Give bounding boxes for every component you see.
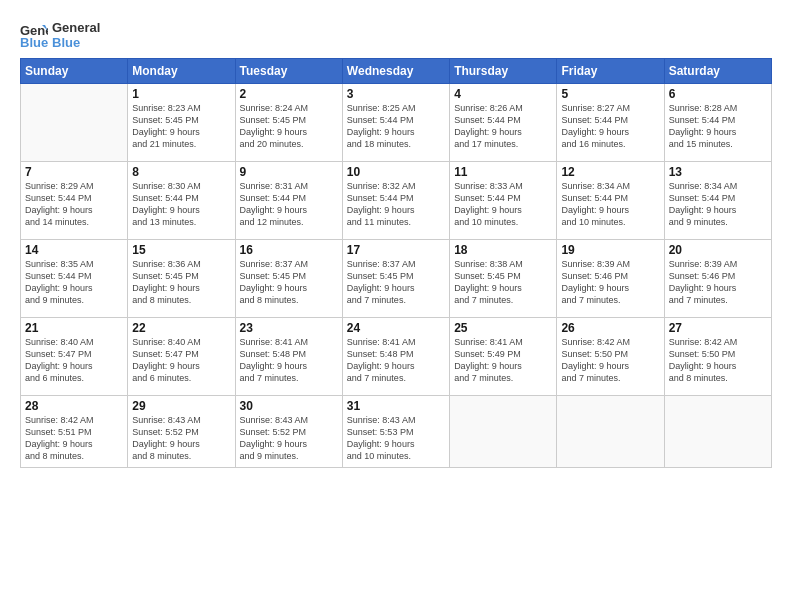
day-info: Sunrise: 8:27 AM Sunset: 5:44 PM Dayligh… — [561, 102, 659, 151]
calendar-cell: 5Sunrise: 8:27 AM Sunset: 5:44 PM Daylig… — [557, 84, 664, 162]
calendar-cell: 10Sunrise: 8:32 AM Sunset: 5:44 PM Dayli… — [342, 162, 449, 240]
calendar-cell — [557, 396, 664, 468]
day-info: Sunrise: 8:43 AM Sunset: 5:52 PM Dayligh… — [132, 414, 230, 463]
calendar-body: 1Sunrise: 8:23 AM Sunset: 5:45 PM Daylig… — [21, 84, 772, 468]
calendar-cell: 13Sunrise: 8:34 AM Sunset: 5:44 PM Dayli… — [664, 162, 771, 240]
calendar-cell: 22Sunrise: 8:40 AM Sunset: 5:47 PM Dayli… — [128, 318, 235, 396]
calendar-cell: 28Sunrise: 8:42 AM Sunset: 5:51 PM Dayli… — [21, 396, 128, 468]
day-number: 15 — [132, 243, 230, 257]
day-number: 17 — [347, 243, 445, 257]
day-info: Sunrise: 8:43 AM Sunset: 5:53 PM Dayligh… — [347, 414, 445, 463]
calendar-cell: 21Sunrise: 8:40 AM Sunset: 5:47 PM Dayli… — [21, 318, 128, 396]
day-info: Sunrise: 8:40 AM Sunset: 5:47 PM Dayligh… — [132, 336, 230, 385]
weekday-header-wednesday: Wednesday — [342, 59, 449, 84]
logo-blue: Blue — [52, 35, 100, 50]
calendar-cell: 1Sunrise: 8:23 AM Sunset: 5:45 PM Daylig… — [128, 84, 235, 162]
calendar-week-5: 28Sunrise: 8:42 AM Sunset: 5:51 PM Dayli… — [21, 396, 772, 468]
day-number: 23 — [240, 321, 338, 335]
calendar-cell: 29Sunrise: 8:43 AM Sunset: 5:52 PM Dayli… — [128, 396, 235, 468]
weekday-header-saturday: Saturday — [664, 59, 771, 84]
day-info: Sunrise: 8:29 AM Sunset: 5:44 PM Dayligh… — [25, 180, 123, 229]
day-info: Sunrise: 8:39 AM Sunset: 5:46 PM Dayligh… — [669, 258, 767, 307]
day-number: 27 — [669, 321, 767, 335]
day-number: 8 — [132, 165, 230, 179]
day-number: 25 — [454, 321, 552, 335]
calendar-cell — [450, 396, 557, 468]
day-info: Sunrise: 8:33 AM Sunset: 5:44 PM Dayligh… — [454, 180, 552, 229]
day-info: Sunrise: 8:41 AM Sunset: 5:48 PM Dayligh… — [240, 336, 338, 385]
calendar-cell: 17Sunrise: 8:37 AM Sunset: 5:45 PM Dayli… — [342, 240, 449, 318]
day-number: 2 — [240, 87, 338, 101]
calendar-cell: 18Sunrise: 8:38 AM Sunset: 5:45 PM Dayli… — [450, 240, 557, 318]
logo-icon: General Blue — [20, 21, 48, 49]
day-info: Sunrise: 8:24 AM Sunset: 5:45 PM Dayligh… — [240, 102, 338, 151]
calendar-week-1: 1Sunrise: 8:23 AM Sunset: 5:45 PM Daylig… — [21, 84, 772, 162]
day-number: 20 — [669, 243, 767, 257]
day-info: Sunrise: 8:40 AM Sunset: 5:47 PM Dayligh… — [25, 336, 123, 385]
calendar-cell — [664, 396, 771, 468]
day-number: 6 — [669, 87, 767, 101]
logo-general: General — [52, 20, 100, 35]
weekday-header-friday: Friday — [557, 59, 664, 84]
calendar-cell: 14Sunrise: 8:35 AM Sunset: 5:44 PM Dayli… — [21, 240, 128, 318]
day-number: 5 — [561, 87, 659, 101]
svg-text:Blue: Blue — [20, 35, 48, 49]
calendar-cell: 6Sunrise: 8:28 AM Sunset: 5:44 PM Daylig… — [664, 84, 771, 162]
calendar-cell: 25Sunrise: 8:41 AM Sunset: 5:49 PM Dayli… — [450, 318, 557, 396]
day-info: Sunrise: 8:34 AM Sunset: 5:44 PM Dayligh… — [669, 180, 767, 229]
day-number: 4 — [454, 87, 552, 101]
calendar-week-4: 21Sunrise: 8:40 AM Sunset: 5:47 PM Dayli… — [21, 318, 772, 396]
day-info: Sunrise: 8:43 AM Sunset: 5:52 PM Dayligh… — [240, 414, 338, 463]
calendar-cell: 20Sunrise: 8:39 AM Sunset: 5:46 PM Dayli… — [664, 240, 771, 318]
calendar-cell: 12Sunrise: 8:34 AM Sunset: 5:44 PM Dayli… — [557, 162, 664, 240]
day-number: 14 — [25, 243, 123, 257]
calendar-cell — [21, 84, 128, 162]
day-number: 10 — [347, 165, 445, 179]
day-number: 18 — [454, 243, 552, 257]
calendar-week-2: 7Sunrise: 8:29 AM Sunset: 5:44 PM Daylig… — [21, 162, 772, 240]
day-number: 16 — [240, 243, 338, 257]
day-info: Sunrise: 8:37 AM Sunset: 5:45 PM Dayligh… — [240, 258, 338, 307]
day-number: 31 — [347, 399, 445, 413]
day-number: 13 — [669, 165, 767, 179]
day-info: Sunrise: 8:23 AM Sunset: 5:45 PM Dayligh… — [132, 102, 230, 151]
weekday-header-thursday: Thursday — [450, 59, 557, 84]
day-number: 9 — [240, 165, 338, 179]
calendar-cell: 4Sunrise: 8:26 AM Sunset: 5:44 PM Daylig… — [450, 84, 557, 162]
day-number: 30 — [240, 399, 338, 413]
day-info: Sunrise: 8:42 AM Sunset: 5:50 PM Dayligh… — [561, 336, 659, 385]
calendar-cell: 26Sunrise: 8:42 AM Sunset: 5:50 PM Dayli… — [557, 318, 664, 396]
calendar-cell: 11Sunrise: 8:33 AM Sunset: 5:44 PM Dayli… — [450, 162, 557, 240]
day-info: Sunrise: 8:42 AM Sunset: 5:50 PM Dayligh… — [669, 336, 767, 385]
day-number: 19 — [561, 243, 659, 257]
day-number: 21 — [25, 321, 123, 335]
day-info: Sunrise: 8:25 AM Sunset: 5:44 PM Dayligh… — [347, 102, 445, 151]
day-number: 11 — [454, 165, 552, 179]
day-number: 22 — [132, 321, 230, 335]
calendar-cell: 2Sunrise: 8:24 AM Sunset: 5:45 PM Daylig… — [235, 84, 342, 162]
calendar-cell: 16Sunrise: 8:37 AM Sunset: 5:45 PM Dayli… — [235, 240, 342, 318]
day-number: 7 — [25, 165, 123, 179]
calendar-cell: 15Sunrise: 8:36 AM Sunset: 5:45 PM Dayli… — [128, 240, 235, 318]
calendar-cell: 30Sunrise: 8:43 AM Sunset: 5:52 PM Dayli… — [235, 396, 342, 468]
calendar-cell: 7Sunrise: 8:29 AM Sunset: 5:44 PM Daylig… — [21, 162, 128, 240]
calendar-cell: 23Sunrise: 8:41 AM Sunset: 5:48 PM Dayli… — [235, 318, 342, 396]
page: General Blue General Blue SundayMondayTu… — [0, 0, 792, 612]
weekday-row: SundayMondayTuesdayWednesdayThursdayFrid… — [21, 59, 772, 84]
day-info: Sunrise: 8:30 AM Sunset: 5:44 PM Dayligh… — [132, 180, 230, 229]
calendar-cell: 3Sunrise: 8:25 AM Sunset: 5:44 PM Daylig… — [342, 84, 449, 162]
calendar-cell: 27Sunrise: 8:42 AM Sunset: 5:50 PM Dayli… — [664, 318, 771, 396]
day-info: Sunrise: 8:37 AM Sunset: 5:45 PM Dayligh… — [347, 258, 445, 307]
header: General Blue General Blue — [20, 16, 772, 50]
day-info: Sunrise: 8:26 AM Sunset: 5:44 PM Dayligh… — [454, 102, 552, 151]
day-info: Sunrise: 8:36 AM Sunset: 5:45 PM Dayligh… — [132, 258, 230, 307]
calendar-header: SundayMondayTuesdayWednesdayThursdayFrid… — [21, 59, 772, 84]
day-number: 29 — [132, 399, 230, 413]
day-info: Sunrise: 8:42 AM Sunset: 5:51 PM Dayligh… — [25, 414, 123, 463]
calendar-cell: 9Sunrise: 8:31 AM Sunset: 5:44 PM Daylig… — [235, 162, 342, 240]
day-number: 1 — [132, 87, 230, 101]
calendar-table: SundayMondayTuesdayWednesdayThursdayFrid… — [20, 58, 772, 468]
weekday-header-sunday: Sunday — [21, 59, 128, 84]
day-info: Sunrise: 8:28 AM Sunset: 5:44 PM Dayligh… — [669, 102, 767, 151]
calendar-cell: 8Sunrise: 8:30 AM Sunset: 5:44 PM Daylig… — [128, 162, 235, 240]
